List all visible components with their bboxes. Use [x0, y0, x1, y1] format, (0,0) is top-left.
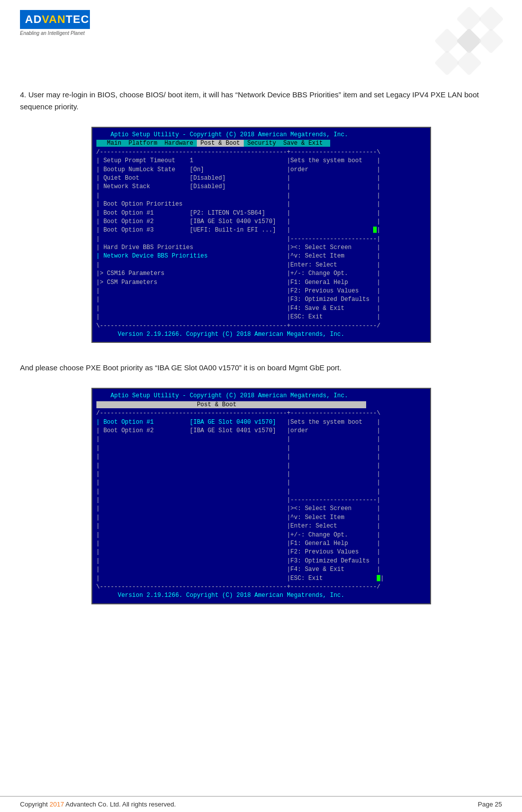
bios1-version: Version 2.19.1266. Copyright (C) 2018 Am…: [96, 331, 345, 338]
bios1-line7: | Boot Option #1 [P2: LITEON CV1-SB64] |…: [96, 210, 381, 217]
bios2-line9: | | |: [96, 488, 381, 495]
copyright-year: 2017: [49, 801, 64, 808]
bios-screen-2: Aptio Setup Utility - Copyright (C) 2018…: [91, 388, 431, 604]
logo-van: VAN: [42, 13, 66, 25]
bios1-menutail: Security Save & Exit: [244, 140, 330, 147]
bios2-line5: | | |: [96, 453, 381, 460]
bios1-line3: | Quiet Boot [Disabled] | |: [96, 175, 381, 182]
bios-display-2: Aptio Setup Utility - Copyright (C) 2018…: [92, 389, 430, 603]
bios1-line16: | |F2: Previous Values |: [96, 287, 381, 294]
bios2-menubar: Post & Boot: [96, 401, 366, 408]
copyright-prefix: Copyright: [20, 801, 49, 808]
bios1-line11: | Hard Drive BBS Priorities |><: Select …: [96, 244, 381, 251]
bios-screen-1-wrapper: Aptio Setup Utility - Copyright (C) 2018…: [20, 122, 502, 352]
bios2-line1: | Boot Option #1 [IBA GE Slot 0400 v1570…: [96, 419, 287, 426]
bios2-line18: | |F4: Save & Exit |: [96, 566, 381, 573]
bios1-line2: | Bootup NumLock State [On] |order |: [96, 166, 381, 173]
logo-ad: AD: [25, 13, 42, 25]
bios1-line6: | Boot Option Priorities | |: [96, 201, 381, 208]
bios2-line6: | | |: [96, 462, 381, 469]
copyright-suffix: Advantech Co. Ltd. All rights reserved.: [64, 801, 176, 808]
bios1-line17: | |F3: Optimized Defaults |: [96, 296, 381, 303]
bios-screen-1: Aptio Setup Utility - Copyright (C) 2018…: [91, 127, 431, 343]
bios2-line11: | |><: Select Screen |: [96, 505, 381, 512]
bios2-line12: | |^v: Select Item |: [96, 514, 381, 521]
intro-paragraph: 4. User may re-login in BIOS, choose BIO…: [20, 89, 502, 113]
bios1-line13: | |Enter: Select |: [96, 262, 381, 269]
bios1-line18: | |F4: Save & Exit |: [96, 305, 381, 312]
bios1-line9: | Boot Option #3 [UEFI: Built-in EFI ...…: [96, 227, 374, 234]
logo: ADVANTECH: [20, 10, 90, 29]
bios2-line13: | |Enter: Select |: [96, 523, 381, 530]
bios1-line12: | Network Device BBS Priorities: [96, 253, 287, 260]
bios2-line19: | |ESC: Exit: [96, 575, 377, 582]
bios1-line14: |> CSM16 Parameters |+/-: Change Opt. |: [96, 270, 381, 277]
decorative-diamonds: [438, 10, 502, 74]
logo-tagline: Enabling an Intelligent Planet: [20, 30, 90, 36]
bios2-line15: | |F1: General Help |: [96, 540, 381, 547]
bios2-sep: /---------------------------------------…: [96, 410, 381, 417]
footer-page-number: Page 25: [478, 801, 502, 808]
bios2-line7: | | |: [96, 471, 381, 478]
bios2-line8: | | |: [96, 479, 381, 486]
bios2-title: Aptio Setup Utility - Copyright (C) 2018…: [96, 392, 348, 399]
bios-display-1: Aptio Setup Utility - Copyright (C) 2018…: [92, 128, 430, 342]
bios1-postboot: Post & Boot: [197, 140, 244, 147]
bios1-line15: |> CSM Parameters |F1: General Help |: [96, 279, 381, 286]
page-footer: Copyright 2017 Advantech Co. Ltd. All ri…: [0, 796, 522, 812]
bios2-line14: | |+/-: Change Opt. |: [96, 532, 381, 539]
footer-copyright: Copyright 2017 Advantech Co. Ltd. All ri…: [20, 801, 176, 808]
bios2-bottom: \---------------------------------------…: [96, 583, 381, 590]
bios1-menubar: Main Platform Hardware: [96, 140, 197, 147]
second-paragraph: And please choose PXE Boot priority as “…: [20, 362, 502, 374]
bios2-line10: | |------------------------|: [96, 497, 381, 504]
bios2-line3: | | |: [96, 436, 381, 443]
bios1-line4: | Network Stack [Disabled] | |: [96, 183, 381, 190]
bios2-line17: | |F3: Optimized Defaults |: [96, 557, 381, 564]
bios1-line8: | Boot Option #2 [IBA GE Slot 0400 v1570…: [96, 218, 381, 225]
bios1-line10: | |------------------------|: [96, 236, 381, 243]
bios1-line19: | |ESC: Exit |: [96, 313, 381, 320]
logo-area: ADVANTECH Enabling an Intelligent Planet: [20, 10, 90, 36]
bios1-title: Aptio Setup Utility - Copyright (C) 2018…: [96, 131, 348, 138]
bios1-line5: | | |: [96, 192, 381, 199]
bios2-line4: | | |: [96, 445, 381, 452]
bios1-bottom: \---------------------------------------…: [96, 322, 381, 329]
bios2-line16: | |F2: Previous Values |: [96, 548, 381, 555]
page-header: ADVANTECH Enabling an Intelligent Planet: [20, 10, 502, 74]
bios2-version: Version 2.19.1266. Copyright (C) 2018 Am…: [96, 592, 345, 599]
logo-tech: TECH: [66, 13, 98, 25]
bios1-sep: /---------------------------------------…: [96, 149, 381, 156]
bios2-line2: | Boot Option #2 [IBA GE Slot 0401 v1570…: [96, 427, 381, 434]
bios-screen-2-wrapper: Aptio Setup Utility - Copyright (C) 2018…: [20, 383, 502, 613]
bios1-line1: | Setup Prompt Timeout 1 |Sets the syste…: [96, 157, 381, 164]
